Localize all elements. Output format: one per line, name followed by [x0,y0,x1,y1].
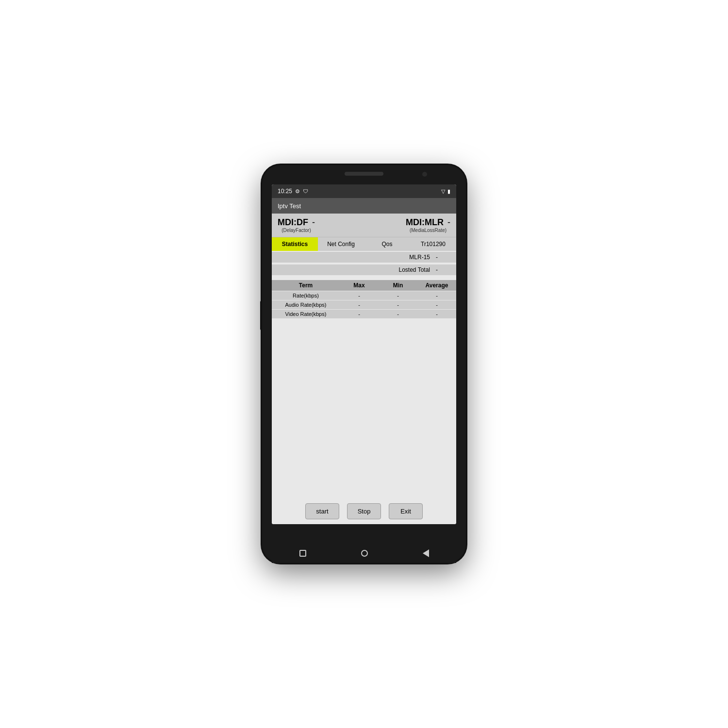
th-max: Max [340,282,379,289]
content-spacer [272,319,456,498]
td-rate-max: - [340,293,379,298]
bottom-buttons: start Stop Exit [272,498,456,524]
tab-tr101290[interactable]: Tr101290 [410,237,456,251]
td-video-label: Video Rate(kbps) [272,311,340,317]
td-video-avg: - [417,311,456,317]
td-audio-max: - [340,302,379,308]
table-row: Audio Rate(kbps) - - - [272,300,456,309]
content-area: MLR-15 - Losted Total - Term Max Min Ave… [272,251,456,524]
losted-total-row: Losted Total - [272,265,456,275]
losted-total-label: Losted Total [278,266,436,273]
th-term: Term [272,282,340,289]
tab-qos[interactable]: Qos [364,237,410,251]
app-title: Iptv Test [278,202,301,210]
battery-icon: ▮ [447,188,450,195]
mdi-section: MDI:DF - (DelayFactor) MDI:MLR - (MediaL… [272,214,456,237]
status-right: ▽ ▮ [441,188,450,195]
mdi-mlr-row: MDI:MLR - [406,217,450,228]
td-audio-avg: - [417,302,456,308]
tabs: Statistics Net Config Qos Tr101290 [272,237,456,251]
status-left: 10:25 ⚙ 🛡 [278,188,308,195]
mdi-mlr-subtitle: (MediaLossRate) [410,228,447,233]
status-bar: 10:25 ⚙ 🛡 ▽ ▮ [272,184,456,198]
mdi-df-block: MDI:DF - (DelayFactor) [278,217,315,233]
mlr15-value: - [436,254,450,261]
side-button [260,301,262,330]
td-rate-label: Rate(kbps) [272,293,340,298]
phone-screen: 10:25 ⚙ 🛡 ▽ ▮ Iptv Test MDI:DF - (DelayF… [272,184,456,524]
mdi-df-title: MDI:DF [278,217,308,228]
start-button[interactable]: start [305,503,339,519]
table-header: Term Max Min Average [272,280,456,291]
table-row: Rate(kbps) - - - [272,291,456,300]
shield-icon: 🛡 [303,188,308,194]
th-average: Average [417,282,456,289]
status-time: 10:25 [278,188,292,195]
nav-home-button[interactable] [361,550,368,557]
wifi-icon: ▽ [441,188,445,195]
data-table: Term Max Min Average Rate(kbps) - - - Au… [272,280,456,319]
td-rate-min: - [379,293,417,298]
mlr15-row: MLR-15 - [272,252,456,263]
stop-button[interactable]: Stop [347,503,381,519]
camera [422,172,427,177]
td-rate-avg: - [417,293,456,298]
app-bar: Iptv Test [272,198,456,214]
settings-icon: ⚙ [295,188,300,195]
mdi-mlr-dash: - [447,217,450,228]
td-video-max: - [340,311,379,317]
mlr15-label: MLR-15 [278,254,436,261]
mdi-df-dash: - [312,217,315,228]
table-row: Video Rate(kbps) - - - [272,310,456,318]
mdi-df-subtitle: (DelayFactor) [281,228,311,233]
tab-statistics[interactable]: Statistics [272,237,318,251]
td-audio-min: - [379,302,417,308]
mdi-mlr-title: MDI:MLR [406,217,444,228]
losted-total-value: - [436,266,450,273]
exit-button[interactable]: Exit [389,503,423,519]
mdi-df-row: MDI:DF - [278,217,315,228]
android-nav-bar [272,544,456,563]
td-audio-label: Audio Rate(kbps) [272,302,340,308]
td-video-min: - [379,311,417,317]
mdi-mlr-block: MDI:MLR - (MediaLossRate) [406,217,450,233]
phone-device: 10:25 ⚙ 🛡 ▽ ▮ Iptv Test MDI:DF - (DelayF… [262,165,466,563]
nav-recents-button[interactable] [299,550,306,557]
th-min: Min [379,282,417,289]
tab-net-config[interactable]: Net Config [318,237,364,251]
nav-back-button[interactable] [423,549,429,557]
